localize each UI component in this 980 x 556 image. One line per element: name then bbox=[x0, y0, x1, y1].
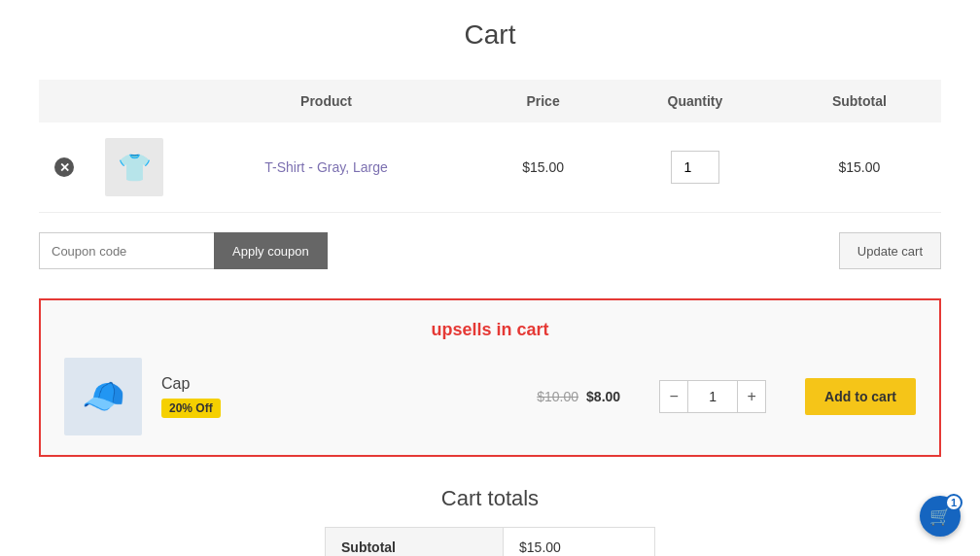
cart-totals-value: $15.00 bbox=[504, 528, 655, 557]
upsell-qty-value: 1 bbox=[688, 380, 737, 413]
tshirt-icon: 👕 bbox=[118, 152, 152, 184]
cart-table: Product Price Quantity Subtotal ✕ 👕 bbox=[39, 80, 941, 213]
add-to-cart-button[interactable]: Add to cart bbox=[805, 378, 916, 415]
product-name-link[interactable]: T-Shirt - Gray, Large bbox=[264, 159, 388, 175]
update-cart-button[interactable]: Update cart bbox=[839, 232, 941, 269]
discount-badge: 20% Off bbox=[161, 399, 221, 418]
cart-totals-row: Subtotal $15.00 bbox=[326, 528, 655, 557]
quantity-input[interactable] bbox=[671, 151, 719, 184]
upsell-qty-control: − 1 + bbox=[659, 380, 766, 413]
upsell-product-name: Cap bbox=[161, 375, 517, 393]
product-image: 👕 bbox=[105, 138, 163, 196]
remove-item-button[interactable]: ✕ bbox=[54, 157, 74, 177]
upsell-product-image: 🧢 bbox=[64, 358, 142, 435]
upsell-pricing: $10.00 $8.00 bbox=[537, 389, 620, 404]
cart-totals-title: Cart totals bbox=[39, 486, 941, 511]
upsell-item: 🧢 Cap 20% Off $10.00 $8.00 − 1 + Add to … bbox=[64, 358, 916, 435]
cart-totals-table: Subtotal $15.00 bbox=[325, 527, 655, 556]
floating-cart-badge[interactable]: 🛒 1 bbox=[920, 496, 961, 537]
coupon-left: Apply coupon bbox=[39, 232, 328, 269]
product-price: $15.00 bbox=[473, 122, 612, 213]
qty-increase-button[interactable]: + bbox=[737, 380, 766, 413]
col-header-quantity: Quantity bbox=[612, 80, 778, 122]
col-header-remove bbox=[39, 80, 89, 122]
qty-decrease-button[interactable]: − bbox=[659, 380, 688, 413]
product-subtotal: $15.00 bbox=[778, 122, 941, 213]
upsells-section: upsells in cart 🧢 Cap 20% Off $10.00 $8.… bbox=[39, 298, 941, 457]
col-header-subtotal: Subtotal bbox=[778, 80, 941, 122]
apply-coupon-button[interactable]: Apply coupon bbox=[214, 232, 328, 269]
upsell-info: Cap 20% Off bbox=[161, 375, 517, 418]
remove-icon: ✕ bbox=[54, 157, 74, 177]
cart-totals-label: Subtotal bbox=[326, 528, 504, 557]
upsells-title: upsells in cart bbox=[64, 320, 916, 340]
cart-item-row: ✕ 👕 T-Shirt - Gray, Large $15.00 $15.00 bbox=[39, 122, 941, 213]
col-header-price: Price bbox=[473, 80, 612, 122]
original-price: $10.00 bbox=[537, 389, 578, 404]
coupon-code-input[interactable] bbox=[39, 232, 214, 269]
col-header-image bbox=[89, 80, 179, 122]
page-title: Cart bbox=[39, 19, 941, 51]
coupon-row: Apply coupon Update cart bbox=[39, 232, 941, 269]
col-header-product: Product bbox=[179, 80, 473, 122]
cap-icon: 🧢 bbox=[82, 376, 125, 417]
sale-price: $8.00 bbox=[586, 389, 620, 404]
cart-badge-count: 1 bbox=[945, 494, 962, 511]
